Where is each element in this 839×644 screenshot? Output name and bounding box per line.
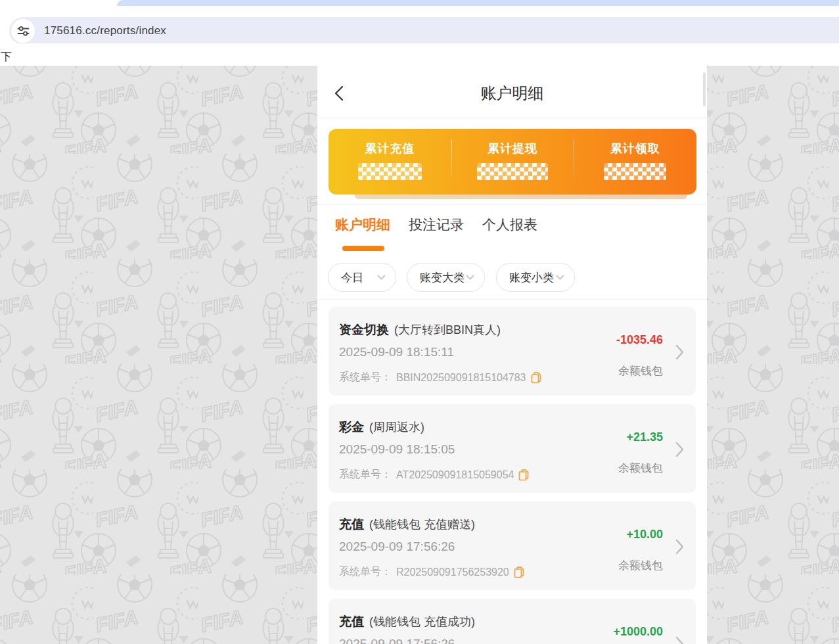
summary-col-recharge: 累计充值 bbox=[329, 129, 451, 195]
transaction-desc: (钱能钱包 充值赠送) bbox=[369, 518, 475, 531]
transaction-order-row: 系统单号：BBIN202509091815104783 bbox=[339, 371, 541, 384]
transaction-datetime: 2025-09-09 18:15:11 bbox=[339, 345, 454, 359]
filter-date-dropdown[interactable]: 今日 bbox=[328, 263, 396, 292]
browser-sub-row: 下 bbox=[0, 43, 839, 66]
active-tab-underline bbox=[342, 246, 384, 251]
chevron-right-icon bbox=[675, 539, 684, 555]
order-number: AT202509091815059054 bbox=[396, 469, 514, 481]
order-label: 系统单号： bbox=[339, 371, 392, 384]
summary-label: 累计领取 bbox=[574, 141, 696, 156]
tab-bet-records[interactable]: 投注记录 bbox=[409, 214, 464, 235]
summary-col-claim: 累计领取 bbox=[574, 129, 696, 195]
transaction-desc: (大厅转到BBIN真人) bbox=[394, 323, 501, 336]
transaction-type: 彩金 bbox=[339, 420, 364, 434]
chevron-down-icon bbox=[466, 275, 474, 281]
summary-label: 累计充值 bbox=[329, 141, 451, 156]
page-title: 账户明细 bbox=[317, 83, 707, 104]
transaction-amount: +21.35 bbox=[626, 430, 663, 444]
copy-button[interactable] bbox=[531, 372, 541, 384]
site-info-button[interactable] bbox=[11, 19, 35, 43]
transaction-amount: +1000.00 bbox=[613, 625, 663, 639]
page-header: 账户明细 bbox=[317, 66, 707, 118]
transaction-row[interactable]: 彩金(周周返水) 2025-09-09 18:15:05 系统单号：AT2025… bbox=[329, 404, 696, 493]
transaction-desc: (钱能钱包 充值成功) bbox=[369, 615, 475, 628]
summary-label: 累计提现 bbox=[451, 141, 574, 156]
browser-address-row: 175616.cc/reports/index bbox=[0, 6, 839, 43]
order-number: BBIN202509091815104783 bbox=[396, 372, 526, 384]
copy-icon bbox=[531, 372, 541, 384]
transaction-title: 充值(钱能钱包 充值赠送) bbox=[339, 516, 475, 533]
filter-minor-category-dropdown[interactable]: 账变小类 bbox=[496, 263, 575, 292]
tune-icon bbox=[17, 25, 30, 37]
filter-label: 账变小类 bbox=[509, 270, 554, 285]
filter-label: 今日 bbox=[341, 270, 363, 285]
order-label: 系统单号： bbox=[339, 565, 392, 579]
censored-value bbox=[477, 163, 548, 180]
chevron-right-icon bbox=[675, 344, 684, 360]
chevron-right-icon bbox=[675, 636, 684, 644]
transaction-type: 资金切换 bbox=[339, 323, 389, 336]
copy-icon bbox=[514, 566, 524, 578]
partial-text: 下 bbox=[1, 49, 12, 64]
divider bbox=[574, 139, 574, 177]
order-number: R202509091756253920 bbox=[396, 566, 509, 578]
copy-icon bbox=[518, 469, 529, 481]
transaction-datetime: 2025-09-09 18:15:05 bbox=[339, 442, 455, 457]
copy-button[interactable] bbox=[518, 469, 529, 481]
browser-tab-strip-highlight bbox=[117, 0, 839, 6]
scrollbar-thumb[interactable] bbox=[703, 72, 706, 106]
summary-card: 累计充值 累计提现 累计领取 bbox=[329, 129, 696, 195]
filter-major-category-dropdown[interactable]: 账变大类 bbox=[407, 263, 485, 292]
account-detail-panel: 账户明细 累计充值 累计提现 累计领取 账户明细 投注记录 个人报表 今日 账变… bbox=[317, 66, 707, 644]
transaction-type: 充值 bbox=[339, 517, 364, 531]
tab-account-detail[interactable]: 账户明细 bbox=[335, 214, 390, 235]
transaction-type: 充值 bbox=[339, 614, 364, 628]
divider bbox=[317, 204, 707, 205]
summary-card-shadow bbox=[355, 195, 687, 199]
address-bar[interactable]: 175616.cc/reports/index bbox=[9, 17, 839, 45]
summary-col-withdraw: 累计提现 bbox=[451, 129, 574, 195]
transaction-title: 彩金(周周返水) bbox=[339, 419, 424, 436]
transaction-order-row: 系统单号：AT202509091815059054 bbox=[339, 468, 529, 482]
divider bbox=[317, 299, 707, 300]
transaction-amount: -1035.46 bbox=[616, 333, 663, 347]
order-label: 系统单号： bbox=[339, 468, 392, 482]
transaction-order-row: 系统单号：R202509091756253920 bbox=[339, 565, 524, 579]
transaction-title: 资金切换(大厅转到BBIN真人) bbox=[339, 321, 501, 338]
transaction-row[interactable]: 充值(钱能钱包 充值成功) 2025-09-09 17:56:26 +1000.… bbox=[329, 599, 696, 644]
chevron-right-icon bbox=[675, 442, 684, 457]
censored-value bbox=[604, 163, 666, 180]
chevron-down-icon bbox=[377, 275, 386, 281]
transaction-datetime: 2025-09-09 17:56:26 bbox=[339, 637, 455, 644]
transaction-desc: (周周返水) bbox=[369, 421, 424, 434]
transaction-title: 充值(钱能钱包 充值成功) bbox=[339, 613, 475, 630]
url-text[interactable]: 175616.cc/reports/index bbox=[44, 24, 166, 37]
transaction-amount: +10.00 bbox=[626, 528, 663, 541]
filter-label: 账变大类 bbox=[420, 270, 465, 285]
transaction-wallet: 余额钱包 bbox=[618, 558, 663, 573]
transaction-row[interactable]: 充值(钱能钱包 充值赠送) 2025-09-09 17:56:26 系统单号：R… bbox=[329, 501, 696, 590]
tab-personal-report[interactable]: 个人报表 bbox=[482, 214, 537, 235]
transaction-row[interactable]: 资金切换(大厅转到BBIN真人) 2025-09-09 18:15:11 系统单… bbox=[329, 307, 696, 396]
transaction-wallet: 余额钱包 bbox=[618, 363, 663, 379]
chevron-down-icon bbox=[556, 275, 564, 281]
tab-bar: 账户明细 投注记录 个人报表 bbox=[335, 214, 537, 235]
copy-button[interactable] bbox=[514, 566, 524, 578]
censored-value bbox=[358, 163, 422, 180]
transaction-wallet: 余额钱包 bbox=[618, 461, 663, 476]
browser-tab-strip bbox=[0, 0, 839, 6]
transaction-datetime: 2025-09-09 17:56:26 bbox=[339, 540, 455, 554]
divider bbox=[451, 139, 452, 177]
